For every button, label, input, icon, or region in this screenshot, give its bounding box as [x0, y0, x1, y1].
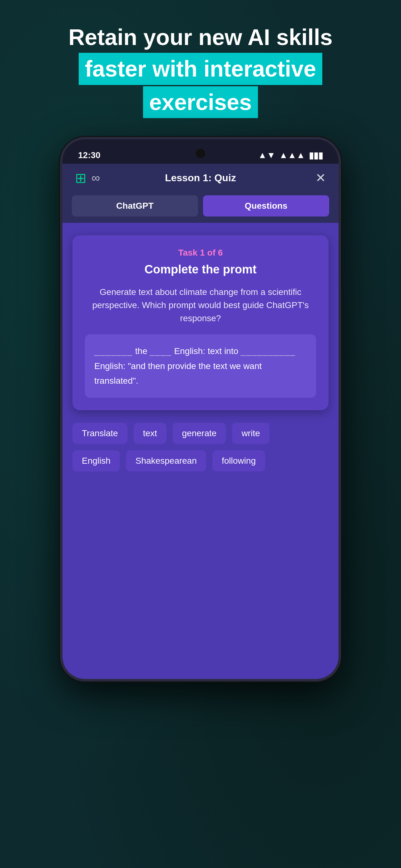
app-header-left: ⊞ ∞ — [75, 170, 100, 186]
blank-2: ____ — [150, 344, 172, 359]
battery-icon: ▮▮▮ — [309, 150, 323, 161]
main-content: Task 1 of 6 Complete the promt Generate … — [63, 223, 338, 660]
chip-translate[interactable]: Translate — [72, 423, 127, 444]
task-description: Generate text about climate change from … — [85, 286, 316, 325]
camera-notch — [196, 149, 205, 158]
app-header: ⊞ ∞ Lesson 1: Quiz ✕ — [63, 164, 338, 192]
app-header-title: Lesson 1: Quiz — [165, 172, 236, 184]
status-icons: ▲▼ ▲▲▲ ▮▮▮ — [258, 150, 323, 161]
chips-row-1: Translate text generate write — [72, 423, 329, 444]
close-button[interactable]: ✕ — [315, 170, 326, 185]
task-title: Complete the promt — [85, 263, 316, 276]
chip-text[interactable]: text — [134, 423, 166, 444]
status-time: 12:30 — [78, 150, 101, 160]
header-line2: faster with interactive — [79, 53, 322, 85]
header-line3: exercises — [143, 86, 258, 118]
tab-chatgpt[interactable]: ChatGPT — [72, 195, 198, 217]
chip-write[interactable]: write — [232, 423, 269, 444]
header-section: Retain your new AI skills faster with in… — [49, 25, 352, 118]
task-label: Task 1 of 6 — [85, 248, 316, 258]
header-line1: Retain your new AI skills — [68, 25, 333, 50]
page-wrapper: Retain your new AI skills faster with in… — [0, 0, 401, 681]
phone-bottom — [63, 660, 338, 679]
word-chips-section: Translate text generate write English Sh… — [72, 423, 329, 478]
tab-questions[interactable]: Questions — [203, 195, 329, 217]
tab-bar: ChatGPT Questions — [63, 192, 338, 223]
wifi-icon: ▲▼ — [258, 150, 275, 160]
infinity-icon: ∞ — [92, 171, 100, 185]
chip-generate[interactable]: generate — [173, 423, 226, 444]
chips-row-2: English Shakespearean following — [72, 450, 329, 471]
task-card: Task 1 of 6 Complete the promt Generate … — [72, 235, 329, 410]
answer-area: _______ the ____ English: text into ____… — [85, 334, 316, 398]
blank-3: __________ — [241, 344, 296, 359]
chip-shakespearean[interactable]: Shakespearean — [126, 450, 206, 471]
chip-english[interactable]: English — [72, 450, 120, 471]
chip-following[interactable]: following — [212, 450, 265, 471]
signal-icon: ▲▲▲ — [279, 150, 305, 160]
phone-mockup: 12:30 ▲▼ ▲▲▲ ▮▮▮ ⊞ ∞ Lesson 1: Quiz ✕ Ch… — [60, 137, 341, 681]
chip-icon: ⊞ — [75, 170, 87, 186]
answer-text: _______ the ____ English: text into ____… — [94, 346, 296, 385]
blank-1: _______ — [94, 344, 133, 359]
